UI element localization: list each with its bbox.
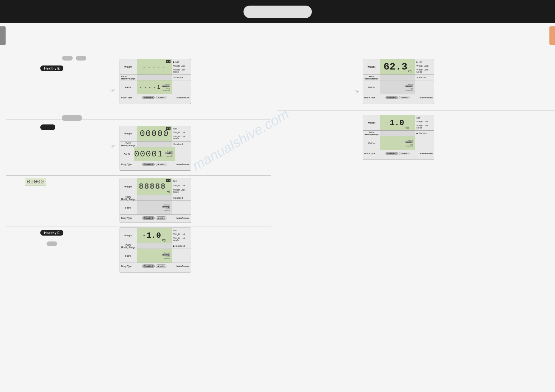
fat-digit-1: 1 — [157, 84, 160, 90]
fat-bars-1: Overfat Healthy Low Underfat — [162, 83, 170, 91]
healthy-range-lcd-1 — [137, 75, 172, 80]
underfat-2: Underfat — [166, 156, 173, 158]
body-type-btns-4[interactable]: Standard Athletic — [142, 264, 166, 268]
athletic-btn-3[interactable]: Athletic — [156, 216, 166, 220]
stabilized-label-3: Stabilized — [172, 195, 191, 201]
healthy-e-label-4: Healthy E — [40, 230, 63, 236]
weight-right-labels-2: Net Weight Lock Weight Lock Mode — [172, 126, 191, 141]
scale-panel-r1: Weight 62.3 kg ▶ Net Weight Lock Weight … — [363, 59, 434, 104]
bottom-row-r1: Body Type Standard Athletic Male/Female — [363, 94, 434, 101]
net-label-r1: ▶ Net — [416, 61, 433, 63]
standard-btn-r2[interactable]: Standard — [385, 152, 398, 155]
bottom-row-3: Body Type Standard Athletic Male/Female — [120, 215, 191, 221]
fat-lcd-1: - - - - 1 Overfat Healthy Low Underfat — [137, 80, 172, 94]
healthy-range-label-1: Fat %Healthy Range — [120, 75, 137, 80]
male-female-r1: Male/Female — [420, 97, 433, 99]
underfat-r1: Underfat — [406, 89, 413, 91]
section2-gray-bar — [62, 115, 82, 121]
standard-btn-3[interactable]: Standard — [142, 216, 155, 220]
section1-black-pill: Healthy E — [40, 65, 63, 71]
bottom-row-r2: Body Type Standard Athletic Male/Female — [363, 150, 434, 156]
weight-lock-mode-2: Weight Lock Mode — [173, 135, 189, 140]
underfat-4: Underfat — [163, 258, 170, 259]
athletic-btn-r1[interactable]: Athletic — [399, 96, 410, 99]
fat-lcd-3: Overfat Healthy Low Underfat — [137, 201, 172, 214]
fat-lcd-r1: Overfat Healthy Low Underfat — [380, 80, 415, 94]
top-pill-decoration — [243, 6, 312, 18]
body-type-label-3: Body Type — [121, 217, 132, 219]
standard-btn-r1[interactable]: Standard — [385, 96, 398, 99]
weight-lock-mode-r2: Weight Lock Mode — [416, 124, 433, 129]
pill-1b[interactable] — [76, 56, 86, 61]
healthy-range-lcd-4 — [137, 243, 172, 249]
section4-pill[interactable] — [47, 241, 57, 246]
weight-lock-mode-3: Weight Lock Mode — [173, 189, 189, 193]
healthy-range-label-2: Fat %Healthy Range — [120, 142, 137, 147]
bottom-row-4: Body Type Standard Athletic Male/Female — [120, 263, 191, 269]
fat-bars-r2: Overfat Healthy Low Underfat — [405, 139, 413, 147]
id-badge-1: ID — [166, 60, 171, 63]
weight-value-2: 00000 — [140, 129, 169, 138]
divider-3 — [6, 227, 271, 227]
bottom-row-1: Body Type Standard Athletic Male/Female — [120, 94, 191, 101]
fat-right-1 — [172, 80, 191, 94]
athletic-btn-4[interactable]: Athletic — [156, 264, 166, 268]
fat-lcd-2: 00001 Overfat Healthy Low Underfat — [134, 147, 175, 161]
standard-btn-4[interactable]: Standard — [142, 264, 155, 268]
body-type-btns-2[interactable]: Standard Athletic — [142, 163, 166, 166]
section2-gray — [62, 115, 82, 121]
underfat-3: Underfat — [163, 210, 170, 211]
athletic-btn-2[interactable]: Athletic — [156, 163, 166, 166]
scale-panel-r2: Weight - 1.0 kg Net Weight Lock Weight L… — [363, 115, 434, 160]
id-badge-3: ID — [166, 179, 171, 182]
weight-kg-4: kg — [162, 238, 166, 242]
body-type-btns-r2[interactable]: Standard Athletic — [385, 152, 410, 155]
net-label-1: ▶ Net — [173, 61, 189, 63]
stabilized-label-r1: Stabilized — [415, 75, 434, 80]
weight-value-1: - - - - - — [143, 64, 165, 70]
bottom-row-2: Body Type Standard Athletic Male/Female — [120, 161, 191, 167]
weight-label-2: Weight — [120, 126, 137, 141]
healthy-range-lcd-r2 — [380, 131, 415, 136]
scale-panel-3: Weight ID 88888 kg Net Weight Lock Weigh… — [120, 178, 191, 223]
standard-btn-2[interactable]: Standard — [142, 163, 155, 166]
person-icon-1: ☞ — [110, 87, 115, 94]
weight-label-r2: Weight — [363, 115, 380, 130]
segment-display-section3: 00000 — [25, 178, 46, 186]
fat-value-2: 00001 — [134, 149, 163, 159]
weight-value-r2: 1.0 — [390, 118, 404, 128]
section4-gray-pill — [47, 241, 58, 246]
main-content: manualshive.com Healthy E ☞ Weight ID - — [0, 23, 555, 392]
fat-right-r1 — [415, 80, 434, 94]
body-type-btns-3[interactable]: Standard Athletic — [142, 216, 166, 220]
athletic-btn-1[interactable]: Athletic — [156, 96, 166, 99]
weight-lock-label-2: Weight Lock — [173, 131, 189, 133]
weight-lcd-3: ID 88888 kg — [137, 178, 172, 195]
weight-right-labels-r2: Net Weight Lock Weight Lock Mode — [415, 115, 434, 130]
pill-1a[interactable] — [62, 56, 73, 61]
weight-lcd-1: ID - - - - - — [137, 59, 172, 74]
weight-lock-label-4: Weight Lock — [173, 233, 189, 235]
healthy-range-label-4: Fat %Healthy Range — [120, 243, 137, 249]
weight-kg-r1: kg — [408, 69, 412, 73]
weight-lock-label-3: Weight Lock — [173, 184, 189, 187]
male-female-2: Male/Female — [176, 163, 189, 165]
underfat-r2: Underfat — [406, 145, 413, 147]
section2-black-pill — [40, 124, 55, 130]
weight-kg-3: kg — [167, 190, 170, 193]
healthy-e-label-1: Healthy E — [40, 65, 63, 71]
left-panel: Healthy E ☞ Weight ID - - - - - ▶ Net We… — [0, 23, 277, 392]
standard-btn-1[interactable]: Standard — [142, 96, 155, 99]
stabilized-label-2: Stabilized — [172, 142, 191, 147]
body-type-btns-1[interactable]: Standard Athletic — [142, 96, 166, 99]
healthy-range-lcd-3 — [137, 195, 172, 201]
body-type-btns-r1[interactable]: Standard Athletic — [385, 96, 410, 99]
person-icon-r1: ☞ — [354, 88, 359, 95]
scale-panel-1: Weight ID - - - - - ▶ Net Weight Lock We… — [120, 59, 191, 104]
underfat-1: Underfat — [163, 89, 170, 91]
divider-2 — [6, 175, 271, 176]
athletic-btn-r2[interactable]: Athletic — [399, 152, 410, 155]
fat-label-r2: Fat % — [363, 136, 380, 150]
stabilized-label-4: ▶ Stabilized — [172, 243, 191, 249]
weight-lock-label-1: Weight Lock — [173, 65, 189, 67]
